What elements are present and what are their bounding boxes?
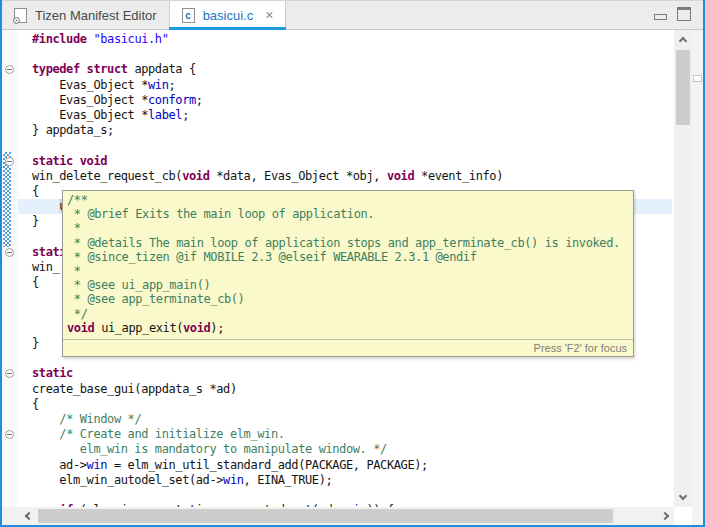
tooltip-line: * @see app_terminate_cb()	[67, 292, 631, 306]
doc-hover-text: /** * @brief Exits the main loop of appl…	[67, 193, 631, 335]
tooltip-line: * @details The main loop of application …	[67, 236, 631, 250]
code-line[interactable]: } appdata_s;	[32, 123, 114, 139]
code-line[interactable]: #include "basicui.h"	[32, 32, 169, 48]
code-line[interactable]: Evas_Object *label;	[32, 108, 189, 124]
fold-collapse-icon[interactable]	[5, 157, 14, 166]
code-line[interactable]: elm_win is mandatory to manipulate windo…	[32, 442, 387, 458]
code-line[interactable]: {	[32, 184, 39, 200]
tooltip-line: * @brief Exits the main loop of applicat…	[67, 207, 631, 221]
range-indicator	[3, 152, 11, 247]
view-controls	[654, 7, 691, 21]
code-line[interactable]: Evas_Object *win;	[32, 78, 175, 94]
tab-label: basicui.c	[203, 8, 254, 23]
code-line[interactable]: {	[32, 275, 39, 291]
scroll-left-icon[interactable]	[25, 512, 33, 520]
tooltip-line: * @since_tizen @if MOBILE 2.3 @elseif WE…	[67, 250, 631, 264]
doc-hover-tooltip: /** * @brief Exits the main loop of appl…	[62, 190, 634, 357]
manifest-editor-icon	[14, 8, 27, 23]
code-line[interactable]: static void	[32, 154, 107, 170]
tooltip-line: * @see ui_app_main()	[67, 278, 631, 292]
horizontal-scrollbar[interactable]	[2, 507, 674, 525]
tab-label: Tizen Manifest Editor	[35, 8, 157, 23]
overview-occurrence-marker[interactable]	[693, 75, 702, 82]
tab-basicui-c[interactable]: c basicui.c ×	[169, 1, 287, 29]
tab-tizen-manifest-editor[interactable]: Tizen Manifest Editor	[2, 1, 169, 29]
close-icon[interactable]: ×	[265, 8, 273, 22]
code-line[interactable]: Evas_Object *conform;	[32, 93, 203, 109]
vertical-scrollbar-thumb[interactable]	[676, 50, 690, 125]
maximize-icon[interactable]	[677, 7, 691, 21]
overview-ruler[interactable]	[692, 30, 705, 525]
scroll-right-icon[interactable]	[661, 512, 669, 520]
fold-collapse-icon[interactable]	[5, 248, 14, 257]
code-line[interactable]: {	[32, 397, 39, 413]
tooltip-line: *	[67, 221, 631, 235]
tooltip-footer-hint: Press 'F2' for focus	[63, 339, 633, 356]
scroll-down-icon[interactable]	[679, 492, 687, 500]
code-line[interactable]: }	[32, 336, 39, 352]
horizontal-scrollbar-thumb[interactable]	[38, 509, 613, 523]
code-line[interactable]: elm_win_autodel_set(ad->win, EINA_TRUE);	[32, 473, 332, 489]
tooltip-line: /**	[67, 193, 631, 207]
code-line[interactable]: typedef struct appdata {	[32, 62, 196, 78]
tooltip-line: *	[67, 264, 631, 278]
tooltip-line: void ui_app_exit(void);	[67, 321, 631, 335]
editor-tab-bar: Tizen Manifest Editor c basicui.c ×	[2, 0, 703, 30]
vertical-scrollbar[interactable]	[674, 30, 692, 507]
code-line[interactable]: /* Create and initialize elm_win.	[32, 427, 285, 443]
code-line[interactable]: /* Window */	[32, 412, 141, 428]
tooltip-line: */	[67, 307, 631, 321]
code-line[interactable]: win_delete_request_cb(void *data, Evas_O…	[32, 169, 503, 185]
code-line[interactable]: win_	[32, 260, 59, 276]
c-source-file-icon: c	[182, 8, 195, 23]
scroll-up-icon[interactable]	[679, 37, 687, 45]
code-line[interactable]: create_base_gui(appdata_s *ad)	[32, 382, 237, 398]
code-line[interactable]: ad->win = elm_win_util_standard_add(PACK…	[32, 458, 428, 474]
minimize-icon[interactable]	[654, 14, 667, 20]
code-line[interactable]: static	[32, 366, 73, 382]
code-line[interactable]: }	[32, 214, 39, 230]
editor-window: Tizen Manifest Editor c basicui.c × #inc…	[0, 0, 705, 527]
